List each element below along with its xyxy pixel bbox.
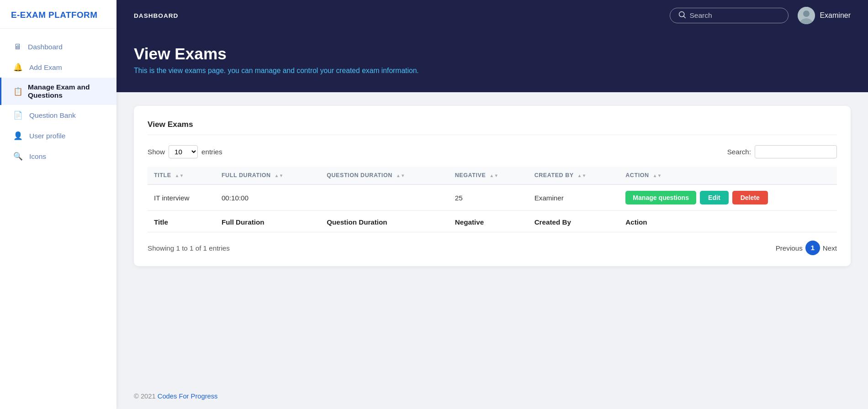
sidebar-item-user-profile[interactable]: 👤User profile: [0, 126, 116, 146]
cell-created-by: Examiner: [528, 184, 619, 211]
sidebar-label-dashboard: Dashboard: [28, 43, 63, 51]
col-full-duration: FULL DURATION ▲▼: [215, 167, 320, 184]
col-action: ACTION ▲▼: [619, 167, 837, 184]
avatar: [798, 7, 815, 24]
sidebar-item-dashboard[interactable]: 🖥Dashboard: [0, 37, 116, 57]
table-search-label: Search:: [727, 148, 751, 156]
summary-question-duration: Question Duration: [320, 211, 449, 232]
svg-line-1: [684, 16, 686, 18]
cell-full-duration: 00:10:00: [215, 184, 320, 211]
header-row: TITLE ▲▼ FULL DURATION ▲▼ QUESTION DURAT…: [148, 167, 837, 184]
show-entries: Show 10 25 50 100 entries: [148, 145, 222, 158]
action-buttons: Manage questions Edit Delete: [625, 191, 831, 204]
table-row: IT interview 00:10:00 25 Examiner Manage…: [148, 184, 837, 211]
pagination-area: Showing 1 to 1 of 1 entries Previous 1 N…: [148, 241, 837, 255]
sidebar-item-add-exam[interactable]: 🔔Add Exam: [0, 57, 116, 78]
cell-question-duration: [320, 184, 449, 211]
svg-point-3: [803, 10, 810, 17]
cell-action: Manage questions Edit Delete: [619, 184, 837, 211]
table-search-area: Search:: [727, 145, 837, 158]
summary-title: Title: [148, 211, 215, 232]
dashboard-label: DASHBOARD: [134, 12, 178, 19]
table-summary-row: Title Full Duration Question Duration Ne…: [148, 211, 837, 232]
show-label: Show: [148, 148, 165, 156]
search-input[interactable]: [689, 11, 772, 20]
col-created-by: CREATED BY ▲▼: [528, 167, 619, 184]
summary-negative: Negative: [449, 211, 528, 232]
sort-arrows-title: ▲▼: [175, 173, 184, 178]
card-title: View Exams: [148, 120, 837, 135]
hero-title: View Exams: [134, 45, 851, 63]
nav-icon-add-exam: 🔔: [13, 63, 23, 72]
sidebar-logo: E-EXAM PLATFORM: [0, 0, 116, 29]
sidebar-nav: 🖥Dashboard🔔Add Exam📋Manage Exam and Ques…: [0, 29, 116, 409]
main-content: DASHBOARD Examiner View: [116, 0, 868, 409]
summary-full-duration: Full Duration: [215, 211, 320, 232]
cell-title: IT interview: [148, 184, 215, 211]
hero-section: View Exams This is the view exams page. …: [116, 31, 868, 92]
sort-arrows-negative: ▲▼: [489, 173, 498, 178]
table-header: TITLE ▲▼ FULL DURATION ▲▼ QUESTION DURAT…: [148, 167, 837, 184]
exams-table: TITLE ▲▼ FULL DURATION ▲▼ QUESTION DURAT…: [148, 167, 837, 232]
nav-icon-icons: 🔍: [13, 152, 23, 161]
sort-arrows-qduration: ▲▼: [396, 173, 405, 178]
user-info[interactable]: Examiner: [798, 7, 851, 24]
edit-button[interactable]: Edit: [700, 191, 729, 204]
sidebar-item-icons[interactable]: 🔍Icons: [0, 146, 116, 167]
company-link[interactable]: Codes For Progress: [158, 393, 218, 400]
header: DASHBOARD Examiner: [116, 0, 868, 31]
nav-icon-dashboard: 🖥: [13, 42, 21, 52]
header-right: Examiner: [670, 7, 851, 24]
table-search-input[interactable]: [755, 145, 837, 158]
footer: © 2021 Codes For Progress: [116, 383, 868, 409]
sort-arrows-created: ▲▼: [577, 173, 587, 178]
sidebar-label-add-exam: Add Exam: [29, 63, 62, 72]
cell-negative: 25: [449, 184, 528, 211]
summary-created-by: Created By: [528, 211, 619, 232]
sidebar-item-question-bank[interactable]: 📄Question Bank: [0, 105, 116, 126]
col-question-duration: QUESTION DURATION ▲▼: [320, 167, 449, 184]
sidebar-item-manage-exam[interactable]: 📋Manage Exam and Questions: [0, 78, 116, 105]
search-icon: [678, 11, 686, 20]
current-page[interactable]: 1: [805, 241, 820, 255]
content-area: View Exams Show 10 25 50 100 entries Sea…: [116, 92, 868, 383]
delete-button[interactable]: Delete: [732, 191, 768, 204]
previous-page-button[interactable]: Previous: [776, 244, 803, 252]
col-negative: NEGATIVE ▲▼: [449, 167, 528, 184]
table-controls: Show 10 25 50 100 entries Search:: [148, 145, 837, 158]
table-body: IT interview 00:10:00 25 Examiner Manage…: [148, 184, 837, 232]
nav-icon-question-bank: 📄: [13, 110, 23, 120]
manage-questions-button[interactable]: Manage questions: [625, 191, 696, 204]
sidebar-label-user-profile: User profile: [29, 132, 65, 140]
hero-subtitle: This is the view exams page. you can man…: [134, 67, 851, 75]
pagination: Previous 1 Next: [776, 241, 837, 255]
col-title: TITLE ▲▼: [148, 167, 215, 184]
summary-action: Action: [619, 211, 837, 232]
search-bar[interactable]: [670, 8, 789, 23]
sidebar-label-manage-exam: Manage Exam and Questions: [28, 83, 105, 100]
sort-arrows-duration: ▲▼: [275, 173, 284, 178]
next-page-button[interactable]: Next: [823, 244, 837, 252]
copyright: © 2021: [134, 393, 156, 400]
sort-arrows-action: ▲▼: [653, 173, 662, 178]
sidebar-label-icons: Icons: [29, 152, 46, 161]
showing-text: Showing 1 to 1 of 1 entries: [148, 244, 230, 252]
sidebar: E-EXAM PLATFORM 🖥Dashboard🔔Add Exam📋Mana…: [0, 0, 116, 409]
exams-card: View Exams Show 10 25 50 100 entries Sea…: [134, 106, 851, 266]
user-name: Examiner: [820, 11, 851, 20]
nav-icon-manage-exam: 📋: [13, 87, 21, 96]
sidebar-label-question-bank: Question Bank: [29, 111, 76, 120]
nav-icon-user-profile: 👤: [13, 131, 23, 141]
entries-select[interactable]: 10 25 50 100: [169, 145, 198, 158]
entries-label: entries: [201, 148, 222, 156]
